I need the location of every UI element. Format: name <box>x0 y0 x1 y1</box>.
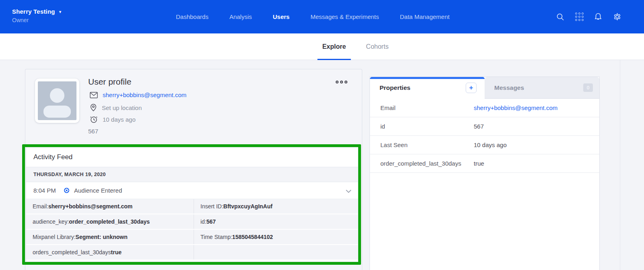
event-detail-cell: audience_key: order_completed_last_30day… <box>26 214 194 229</box>
page-tab-strip: ExploreCohorts <box>0 33 644 60</box>
profile-email-row: sherry+bobbins@segment.com <box>90 91 186 98</box>
alarm-clock-icon <box>90 115 98 123</box>
tab-messages-label: Messages <box>494 84 524 91</box>
detail-value: sherry+bobbins@segment.com <box>48 203 132 210</box>
content-area: User profile sherry+bobbins@segment.com … <box>0 60 644 270</box>
project-role: Owner <box>12 17 61 23</box>
property-value: 567 <box>474 123 484 130</box>
app-root: Sherry Testing▾ Owner DashboardsAnalysis… <box>0 0 644 270</box>
profile-last-seen-text: 10 days ago <box>103 116 136 123</box>
nav-item-analysis[interactable]: Analysis <box>229 13 252 20</box>
activity-feed-card: Activity Feed THURSDAY, MARCH 19, 2020 8… <box>26 147 358 262</box>
tab-properties[interactable]: Properties + <box>370 77 485 99</box>
event-detail-cell: Mixpanel Library: Segment: unknown <box>26 230 194 244</box>
nav-item-data-management[interactable]: Data Management <box>400 13 450 20</box>
profile-id: 567 <box>88 128 98 135</box>
detail-label: Mixpanel Library: <box>33 234 76 240</box>
avatar <box>35 79 79 123</box>
subtab-explore[interactable]: Explore <box>318 33 351 60</box>
tab-messages[interactable]: Messages 0 <box>485 77 599 99</box>
detail-label: Insert ID: <box>200 203 223 210</box>
subtab-label: Explore <box>322 43 346 50</box>
project-name: Sherry Testing <box>12 8 55 15</box>
detail-value: 567 <box>206 218 216 225</box>
subtab-group: ExploreCohorts <box>318 33 394 60</box>
profile-last-seen-row: 10 days ago <box>90 115 136 123</box>
primary-nav: DashboardsAnalysisUsersMessages & Experi… <box>176 0 450 33</box>
detail-value: true <box>111 249 122 255</box>
property-row: order_completed_last_30daystrue <box>370 154 599 173</box>
properties-table: Emailsherry+bobbins@segment.comid567Last… <box>370 99 599 173</box>
event-detail-row: orders_completed_last_30daystrue <box>26 245 358 260</box>
activity-feed-title: Activity Feed <box>26 147 358 167</box>
nav-icon-group <box>556 0 621 33</box>
more-options-icon[interactable] <box>336 81 347 83</box>
property-value: true <box>474 160 484 167</box>
property-key: Email <box>380 104 474 111</box>
property-key: order_completed_last_30days <box>380 160 474 167</box>
subtab-cohorts[interactable]: Cohorts <box>361 33 393 60</box>
avatar-placeholder-image <box>38 81 76 120</box>
event-detail-row: Email: sherry+bobbins@segment.comInsert … <box>26 199 358 214</box>
add-property-button[interactable]: + <box>466 83 477 93</box>
activity-date-header: THURSDAY, MARCH 19, 2020 <box>26 167 358 182</box>
nav-item-users[interactable]: Users <box>273 13 290 20</box>
detail-value: 1585045844102 <box>232 234 273 240</box>
event-detail-cell <box>194 245 358 260</box>
notifications-icon[interactable] <box>594 12 603 21</box>
detail-value: BftvpxcuyAgInAuf <box>223 203 272 210</box>
property-value: 10 days ago <box>474 141 507 148</box>
detail-label: audience_key: <box>33 218 69 225</box>
project-dropdown-caret-icon: ▾ <box>59 9 62 14</box>
nav-item-dashboards[interactable]: Dashboards <box>176 13 208 20</box>
event-detail-cell: Email: sherry+bobbins@segment.com <box>26 199 194 214</box>
settings-icon[interactable] <box>613 12 621 21</box>
event-detail-cell: orders_completed_last_30daystrue <box>26 245 194 260</box>
content-divider <box>620 60 620 270</box>
event-detail-cell: Insert ID: BftvpxcuyAgInAuf <box>194 199 358 214</box>
event-detail-row: Mixpanel Library: Segment: unknownTime S… <box>26 230 358 244</box>
property-row: Emailsherry+bobbins@segment.com <box>370 99 599 117</box>
property-row: Last Seen10 days ago <box>370 136 599 154</box>
tab-properties-label: Properties <box>380 84 411 91</box>
event-name: Audience Entered <box>74 187 122 194</box>
event-detail-cell: Time Stamp: 1585045844102 <box>194 230 358 244</box>
property-value[interactable]: sherry+bobbins@segment.com <box>474 104 557 111</box>
location-pin-icon <box>90 104 97 112</box>
messages-count-badge: 0 <box>583 83 593 92</box>
profile-title: User profile <box>88 77 131 87</box>
detail-label: orders_completed_last_30days <box>33 249 111 255</box>
event-detail-cell: id: 567 <box>194 214 358 229</box>
properties-panel: Properties + Messages 0 Emailsherry+bobb… <box>369 77 600 270</box>
envelope-icon <box>90 92 98 98</box>
event-dot-icon <box>64 188 69 193</box>
properties-tab-group: Properties + Messages 0 <box>370 77 599 99</box>
project-switcher[interactable]: Sherry Testing▾ Owner <box>12 8 61 23</box>
search-icon[interactable] <box>556 12 565 21</box>
apps-grid-icon[interactable] <box>575 12 584 21</box>
nav-item-messages-experiments[interactable]: Messages & Experiments <box>310 13 379 20</box>
chevron-down-icon[interactable] <box>346 187 351 195</box>
detail-label: id: <box>200 218 206 225</box>
profile-email-link[interactable]: sherry+bobbins@segment.com <box>103 91 186 98</box>
detail-label: Email: <box>33 203 48 210</box>
event-detail-row: audience_key: order_completed_last_30day… <box>26 214 358 229</box>
detail-value: order_completed_last_30days <box>69 218 150 225</box>
detail-value: Segment: unknown <box>76 234 128 240</box>
subtab-label: Cohorts <box>366 43 388 50</box>
event-details-grid: Email: sherry+bobbins@segment.comInsert … <box>26 199 358 260</box>
property-key: Last Seen <box>380 141 474 148</box>
profile-location-text[interactable]: Set up location <box>102 104 142 111</box>
detail-label: Time Stamp: <box>200 234 232 240</box>
activity-event-row[interactable]: 8:04 PM Audience Entered <box>26 182 358 199</box>
top-nav-bar: Sherry Testing▾ Owner DashboardsAnalysis… <box>0 0 644 33</box>
property-row: id567 <box>370 117 599 136</box>
event-time: 8:04 PM <box>33 187 62 194</box>
property-key: id <box>380 123 474 130</box>
profile-location-row: Set up location <box>90 104 142 112</box>
